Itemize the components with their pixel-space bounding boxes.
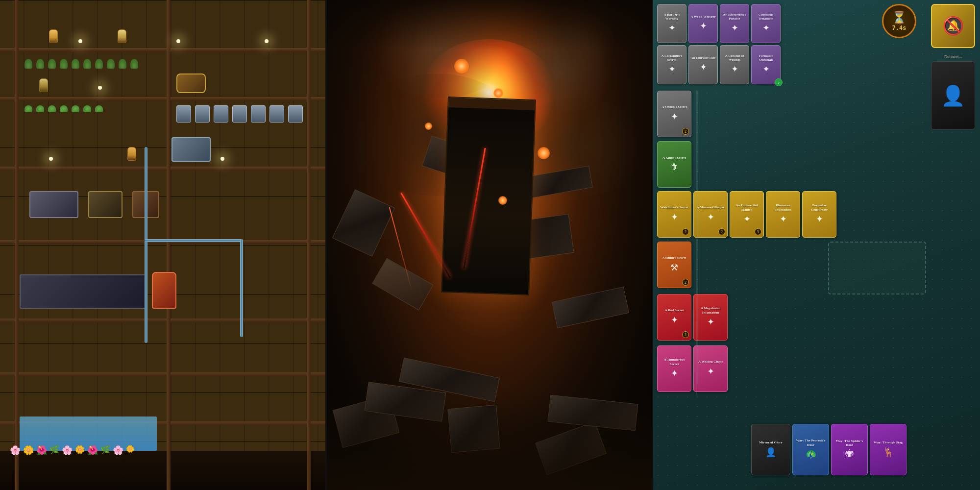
card-slot-empty (828, 242, 926, 294)
notoriety-label: Notoriet... (931, 54, 975, 59)
plant (24, 105, 32, 112)
card-symbol: ✦ (707, 317, 714, 327)
card-symbol: 🗡 (670, 162, 679, 172)
card-title: A Megalesian Incantation (696, 306, 725, 315)
spark-4 (538, 147, 550, 159)
timer-value: 7.4s (892, 24, 906, 31)
machine-7 (152, 272, 176, 309)
card-title: Centipede Testament (753, 13, 779, 21)
pipe-v-2 (240, 239, 243, 337)
card-symbol: ✦ (780, 214, 787, 224)
row2-cards: A Locksmith's Secret ✦ An Igurvine Rite … (657, 45, 781, 84)
card-symbol: ✦ (762, 23, 770, 33)
floor-6 (0, 372, 325, 376)
card-symbol: ✦ (731, 23, 738, 33)
card-sextons-secret[interactable]: A Sexton's Secret ✦ 2 (657, 91, 691, 137)
storage-tank (288, 105, 303, 122)
card-title: A Red Secret (665, 308, 684, 312)
card-title: A Knife's Secret (662, 156, 686, 160)
card-watchmans-secret[interactable]: Watchman's Secret ✦ 2 (657, 191, 691, 238)
plant (130, 59, 138, 69)
card-way-peacocks-door[interactable]: Way: The Peacock's Door 🦚 (792, 424, 829, 475)
card-megalesian-incantation[interactable]: A Megalesian Incantation ✦ (693, 294, 728, 341)
floor-1 (0, 48, 325, 52)
card-symbol: ✦ (700, 62, 707, 73)
card-waking-chant[interactable]: A Waking Chant ✦ (693, 345, 728, 392)
music-note-badge: ♪ (775, 78, 783, 86)
bottom-vignette (327, 392, 652, 490)
plant (24, 59, 32, 69)
storage-tank (195, 105, 210, 122)
light-2 (176, 39, 180, 43)
plant (95, 59, 103, 69)
card-title: A Mansus-Glimpse (697, 205, 725, 209)
card-badge: 2 (682, 128, 689, 135)
card-smiths-secret[interactable]: A Smith's Secret ⚒ 2 (657, 242, 691, 288)
card-title: An Unmerciful Mantra (732, 203, 761, 212)
token-icon: 🔕 (942, 16, 964, 36)
central-tower (441, 97, 536, 295)
card-mirror-of-glory[interactable]: Mirror of Glory 👤 (751, 424, 790, 475)
panel-aerial-city (327, 0, 653, 490)
card-phanaean-invocation[interactable]: Phanaean Invocation ✦ (766, 191, 800, 238)
card-formulae-concursate[interactable]: Formulae Concursate ✦ (802, 191, 836, 238)
plant (119, 59, 126, 69)
flower-icon: 🌼 (23, 445, 34, 456)
card-symbol: ⚒ (670, 262, 678, 273)
tower-top-glow (448, 98, 535, 110)
machine-1 (176, 74, 206, 93)
card-symbol: ✦ (671, 111, 678, 122)
flower-icon: 🌼 (75, 445, 85, 456)
card-entyfested-parable[interactable]: An Entyfested's Parable ✦ (720, 4, 749, 43)
card-unmerciful-mantra[interactable]: An Unmerciful Mantra ✦ 3 (730, 191, 764, 238)
card-badge: 2 (682, 331, 689, 338)
card-way-spiders-door[interactable]: Way: The Spider's Door 🕷 (831, 424, 868, 475)
card-locksmiths-secret[interactable]: A Locksmith's Secret ✦ (657, 45, 686, 84)
card-consent-of-wounds[interactable]: A Consent of Wounds ✦ (720, 45, 749, 84)
card-title: Formulae Ophidian (753, 54, 779, 62)
card-title: Watchman's Secret (660, 205, 688, 209)
card-formulae-ophidian[interactable]: Formulae Ophidian ✦ ♪ (751, 45, 781, 84)
machine-6 (20, 274, 147, 309)
silhouette-card[interactable]: 👤 (931, 61, 975, 130)
character-3 (39, 78, 48, 92)
spark-3 (425, 122, 432, 130)
flower-row: 🌸 🌼 🌺 🌿 🌸 🌼 🌺 🌿 🌸 🌼 (0, 445, 325, 456)
token-area: 🔕 (931, 4, 975, 48)
card-red-secret[interactable]: A Red Secret ✦ 2 (657, 294, 691, 341)
plant (60, 105, 68, 112)
storage-tank (270, 105, 284, 122)
pipe-h-1 (145, 239, 243, 242)
wall-mid (167, 0, 171, 490)
storage-row (176, 105, 303, 122)
card-wood-whisper[interactable]: A Wood Whisper ✦ (688, 4, 718, 43)
machine-4 (88, 191, 122, 218)
card-title: A Barber's Warning (659, 13, 685, 21)
flower-icon: 🌸 (10, 445, 21, 456)
flower-icon: 🌺 (36, 445, 47, 456)
column-separator (696, 91, 697, 394)
light-3 (265, 39, 269, 43)
card-title: A Locksmith's Secret (659, 54, 685, 62)
card-centipede-testament[interactable]: Centipede Testament ✦ (751, 4, 781, 43)
card-igurvine-rite[interactable]: An Igurvine Rite ✦ (688, 45, 718, 84)
card-barbers-warning[interactable]: A Barber's Warning ✦ (657, 4, 686, 43)
card-mansus-glimpse[interactable]: A Mansus-Glimpse ✦ 2 (693, 191, 728, 238)
plant (48, 59, 56, 69)
card-symbol: ✦ (707, 212, 714, 222)
card-symbol: ✦ (743, 214, 751, 224)
plant (36, 59, 44, 69)
flower-icon: 🌼 (126, 445, 134, 456)
card-title: A Consent of Wounds (722, 54, 747, 62)
card-symbol: ✦ (816, 214, 823, 224)
card-knifes-secret[interactable]: A Knife's Secret 🗡 (657, 141, 691, 188)
light-5 (49, 157, 53, 161)
card-way-through-stag[interactable]: Way: Through Stag 🦌 (870, 424, 906, 475)
card-title: Way: The Spider's Door (833, 439, 865, 447)
light-1 (78, 39, 82, 43)
light-4 (98, 86, 102, 90)
card-symbol: ✦ (731, 64, 738, 74)
bottom-right-cards: Mirror of Glory 👤 Way: The Peacock's Doo… (751, 424, 906, 475)
card-thunderous-secret[interactable]: A Thunderous Secret ✦ (657, 345, 691, 392)
yellow-row: Watchman's Secret ✦ 2 A Mansus-Glimpse ✦… (657, 191, 836, 238)
